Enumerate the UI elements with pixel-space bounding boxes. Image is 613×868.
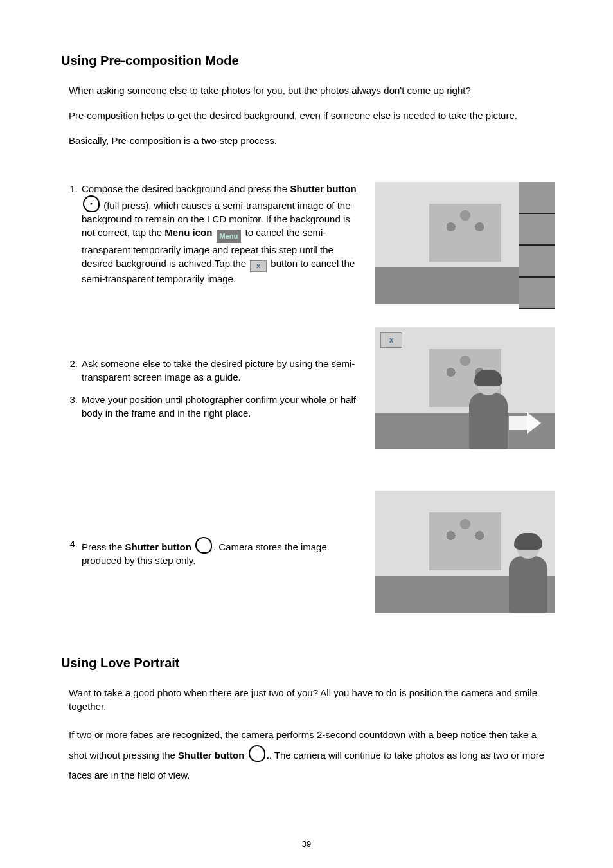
intro-paragraph: Basically, Pre-composition is a two-step… xyxy=(69,134,555,147)
text-fragment: Compose the desired background and press… xyxy=(82,183,290,194)
shutter-button-icon xyxy=(249,745,265,762)
bold-text: Menu icon xyxy=(164,227,212,238)
section-heading-love-portrait: Using Love Portrait xyxy=(61,654,555,672)
illustration-step4 xyxy=(375,491,555,613)
step-number: 1. xyxy=(61,182,78,195)
intro-paragraph: Pre-composition helps to get the desired… xyxy=(69,109,555,122)
shutter-button-icon xyxy=(195,537,212,554)
step-3: 3. Move your position until photographer… xyxy=(61,393,362,420)
step-number: 4. xyxy=(61,537,78,550)
step-text: Move your position until photographer co… xyxy=(82,394,356,419)
illustration-step1 xyxy=(375,182,555,304)
bold-text: Shutter button xyxy=(125,541,194,552)
step-text: Compose the desired background and press… xyxy=(82,183,357,284)
step-number: 3. xyxy=(61,393,78,406)
body-paragraph: Want to take a good photo when there are… xyxy=(69,686,555,713)
bold-text: Shutter button xyxy=(290,183,356,194)
step-1: 1. Compose the desired background and pr… xyxy=(61,182,362,285)
illustration-step2-3 xyxy=(375,327,555,449)
step-number: 2. xyxy=(61,357,78,370)
arrow-right-icon xyxy=(509,410,549,437)
body-paragraph: If two or more faces are recognized, the… xyxy=(69,725,555,786)
step-text: Ask someone else to take the desired pic… xyxy=(82,358,355,383)
x-overlay-icon xyxy=(380,332,402,348)
step-2: 2. Ask someone else to take the desired … xyxy=(61,357,362,384)
shutter-button-icon xyxy=(83,195,100,212)
step-text: Press the Shutter button . Camera stores… xyxy=(82,541,327,566)
section-heading-precomposition: Using Pre-composition Mode xyxy=(61,51,555,69)
bold-text: Shutter button xyxy=(178,750,247,761)
text-fragment: Press the xyxy=(82,541,125,552)
intro-paragraph: When asking someone else to take photos … xyxy=(69,84,555,97)
menu-icon: Menu xyxy=(217,230,242,243)
step-4: 4. Press the Shutter button . Camera sto… xyxy=(61,537,362,567)
page-number: 39 xyxy=(0,838,613,850)
x-button-icon: x xyxy=(250,260,267,272)
